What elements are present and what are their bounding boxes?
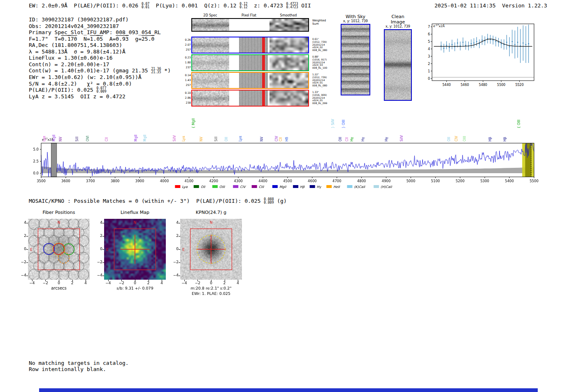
lineflux-y-tick-label: −2 xyxy=(94,260,102,264)
lineflux-panel-title: Lineflux Map xyxy=(104,210,166,215)
legend-label: OII xyxy=(201,185,206,189)
fit-y-tick-label: 7 xyxy=(428,25,430,29)
spectrum-x-tick-label: 4700 xyxy=(332,179,341,183)
east-label: E xyxy=(106,248,109,252)
emission-line-label: Hγ xyxy=(385,137,388,141)
tick-mark xyxy=(179,249,180,250)
emission-line-label: Hβ xyxy=(488,137,492,141)
emission-line-label: NV xyxy=(59,137,63,141)
with-sky-title: With Sky xyxy=(341,14,370,19)
legend-label: HeII xyxy=(333,185,340,189)
tick-mark xyxy=(149,280,149,281)
spectrum-y-tick-label: 5.0 xyxy=(33,147,39,151)
fit-x-tick-label: 5520 xyxy=(515,83,523,87)
emission-line-label: OIII xyxy=(463,136,467,141)
tick-mark xyxy=(211,280,211,281)
fit-y-tick-label: 6 xyxy=(428,32,430,36)
emission-line-label: Hδ xyxy=(285,137,289,141)
emission-line-label: SiII xyxy=(214,137,218,141)
kpno-x-tick-label: −2 xyxy=(193,281,202,285)
east-label: E xyxy=(30,248,33,252)
info-line: P(LAE)/P(OII): 0.025 0.0770.009 xyxy=(29,87,171,93)
spectrum-x-tick-label: 4200 xyxy=(209,179,218,183)
cutout-left-labels: 0.231.80237 xyxy=(181,55,191,70)
info-line: Obs: 20201214v024_3090232187 xyxy=(29,23,171,30)
lineflux-y-tick-label: 2 xyxy=(94,234,102,238)
tick-mark xyxy=(102,262,104,263)
cutout-smoothed-image xyxy=(269,90,308,106)
spectrum-y-tick-label: 0.0 xyxy=(33,171,39,175)
emission-line-label: Lyα xyxy=(182,136,186,141)
elixer-report-page: EW: 2.0±0.9Å P(LAE)/P(OII): 0.026 0.070.… xyxy=(0,0,576,392)
info-line: LineFlux = 1.30(±0.60)e-16 xyxy=(29,55,171,61)
tick-mark xyxy=(26,276,28,276)
legend-swatch xyxy=(194,185,199,188)
emission-line-label: MgII xyxy=(52,135,56,141)
kpno-y-tick-label: −2 xyxy=(170,260,179,264)
bottom-blue-strip xyxy=(39,388,538,392)
info-line: ID: 3090232187 (3090232187.pdf) xyxy=(29,16,171,23)
emission-line-label: SiII xyxy=(75,137,79,141)
fiber-circles xyxy=(29,219,89,280)
spectrum-x-tick-label: 3800 xyxy=(111,179,120,183)
fit-x-tick-label: 5440 xyxy=(442,83,451,87)
fit-x-tick-label: 5460 xyxy=(461,83,469,87)
cutout-right-labels: 0.88"(1016, 917)20201214v024_03008_RL_10… xyxy=(312,56,334,70)
legend-swatch xyxy=(310,185,315,188)
cutout-row: 0.231.802370.88"(1016, 917)20201214v024_… xyxy=(191,54,309,71)
clean-image-panel: Clean Image x, y: 1012, 739 xyxy=(384,14,412,101)
emission-line-label: SiIV xyxy=(173,135,177,141)
fiber-circle-orange xyxy=(58,252,69,263)
emission-line-label: Hγ xyxy=(361,137,365,141)
cutout-right-labels: WeightedSum xyxy=(312,19,334,26)
cutout-left-labels: 0.262.07257 xyxy=(181,37,191,52)
lineflux-x-tick-label: 0 xyxy=(131,281,139,285)
fiber-x-tick-label: −4 xyxy=(28,281,36,285)
with-sky-coords: x, y: 1012, 739 xyxy=(341,19,370,23)
emission-line-label: OII xyxy=(339,137,342,141)
north-label: N xyxy=(58,220,60,225)
tick-mark xyxy=(225,280,225,281)
spectrum-x-tick-label: 3500 xyxy=(37,179,46,183)
spectrum-x-tick-label: 5000 xyxy=(406,179,416,183)
emission-line-label: CIV xyxy=(275,136,279,141)
header-summary-line: EW: 2.0±0.9Å P(LAE)/P(OII): 0.026 0.070.… xyxy=(29,2,311,9)
with-sky-image xyxy=(341,24,370,95)
spectrum-x-tick-label: 4100 xyxy=(185,179,194,183)
emission-line-label: OII xyxy=(447,137,451,141)
spectrum-x-tick-label: 4800 xyxy=(357,179,366,183)
tick-mark xyxy=(59,280,59,281)
detection-info-block: ID: 3090232187 (3090232187.pdf)Obs: 2020… xyxy=(29,16,171,100)
cutout-left-labels: 0.141.43257 xyxy=(181,73,191,88)
kpno-y-tick-label: 0 xyxy=(170,247,179,251)
fit-units-label: e-17x2Å xyxy=(433,24,445,28)
info-line: F=1.7" T=0.170 N=1.05 A=0.93 g=25.0 xyxy=(29,36,171,42)
info-line: S/N = 4.8(±2.2) χ² = 0.8(±0.0) xyxy=(29,81,171,87)
tick-mark xyxy=(72,280,73,281)
spectrum-x-tick-label: 4400 xyxy=(258,179,267,183)
fit-x-tick-label: 5500 xyxy=(497,83,505,87)
cutout-2dspec-image xyxy=(192,55,229,70)
spec2d-cutouts-block: 2D SpecPixel FlatSmoothedWeightedSum0.26… xyxy=(191,18,309,108)
legend-swatch xyxy=(374,185,379,188)
cutout-col-header: Pixel Flat xyxy=(242,14,256,17)
emission-line-label: } SiIV xyxy=(331,119,335,128)
tick-mark xyxy=(102,236,104,237)
legend-swatch xyxy=(252,185,257,188)
info-line: RA,Dec (181.800751,54.138603) xyxy=(29,42,171,49)
legend-swatch xyxy=(293,185,298,188)
legend-label: Hβ xyxy=(300,185,305,189)
fiber-circle-green xyxy=(63,244,74,255)
tick-mark xyxy=(179,262,180,263)
kpno-caption-1: m:20.8 re:2.1" s:0.2" xyxy=(174,286,248,290)
clean-image xyxy=(384,29,412,101)
info-line: λ = 5488.13Å σ = 9.88(±4.12)Å xyxy=(29,49,171,55)
lineflux-y-tick-label: 4 xyxy=(94,220,102,225)
info-line: Cont(n) = 2.20(±0.00)e-17 xyxy=(29,61,171,68)
kpno-y-tick-label: 2 xyxy=(170,234,179,238)
fiber-x-tick-label: 4 xyxy=(81,281,90,285)
legend-swatch xyxy=(175,185,180,188)
tick-mark xyxy=(135,280,135,281)
legend-label: CIII xyxy=(259,185,265,189)
tick-mark xyxy=(26,249,28,250)
